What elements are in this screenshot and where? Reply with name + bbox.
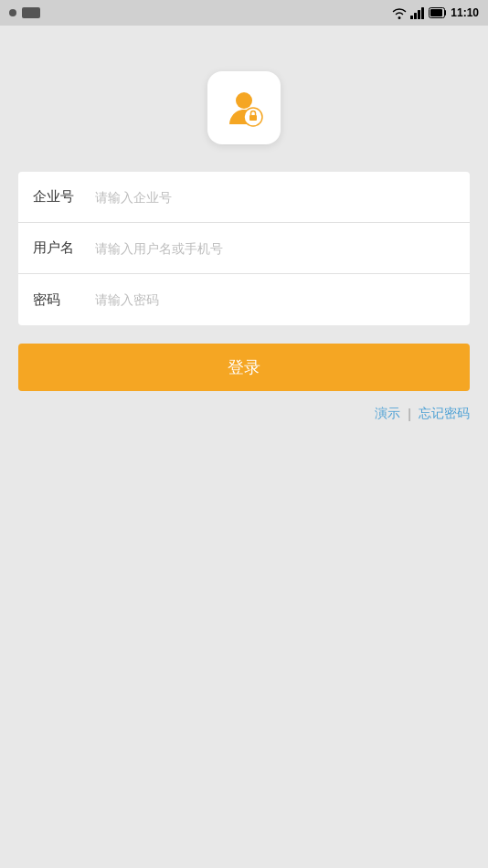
status-bar: 11:10 — [0, 0, 488, 26]
svg-rect-1 — [414, 13, 417, 19]
svg-rect-3 — [421, 7, 424, 19]
svg-rect-8 — [249, 115, 257, 121]
svg-point-6 — [236, 92, 252, 109]
svg-rect-2 — [418, 10, 420, 19]
username-row: 用户名 — [18, 223, 470, 274]
enterprise-row: 企业号 — [18, 172, 470, 223]
enterprise-label: 企业号 — [33, 188, 84, 206]
demo-link[interactable]: 演示 — [375, 406, 400, 422]
status-bar-left — [9, 7, 40, 18]
login-form: 企业号 用户名 密码 — [18, 172, 470, 325]
login-button[interactable]: 登录 — [18, 344, 470, 391]
username-label: 用户名 — [33, 239, 84, 257]
network-indicator — [22, 7, 40, 18]
network-dot-1 — [9, 9, 16, 16]
battery-icon — [429, 7, 447, 18]
signal-icon — [410, 6, 425, 19]
links-row: 演示 | 忘记密码 — [18, 406, 470, 422]
time-display: 11:10 — [451, 6, 479, 19]
password-row: 密码 — [18, 274, 470, 325]
status-bar-right: 11:10 — [392, 6, 479, 19]
enterprise-input[interactable] — [84, 190, 455, 205]
svg-rect-0 — [410, 16, 413, 19]
forgot-password-link[interactable]: 忘记密码 — [419, 406, 470, 422]
logo-container — [207, 71, 281, 144]
password-label: 密码 — [33, 291, 84, 309]
main-content: 企业号 用户名 密码 登录 演示 | 忘记密码 — [0, 26, 488, 422]
app-logo-icon — [220, 84, 268, 132]
svg-rect-5 — [430, 9, 442, 16]
links-divider: | — [408, 407, 411, 421]
wifi-icon — [392, 6, 407, 19]
password-input[interactable] — [84, 292, 455, 307]
username-input[interactable] — [84, 241, 455, 256]
